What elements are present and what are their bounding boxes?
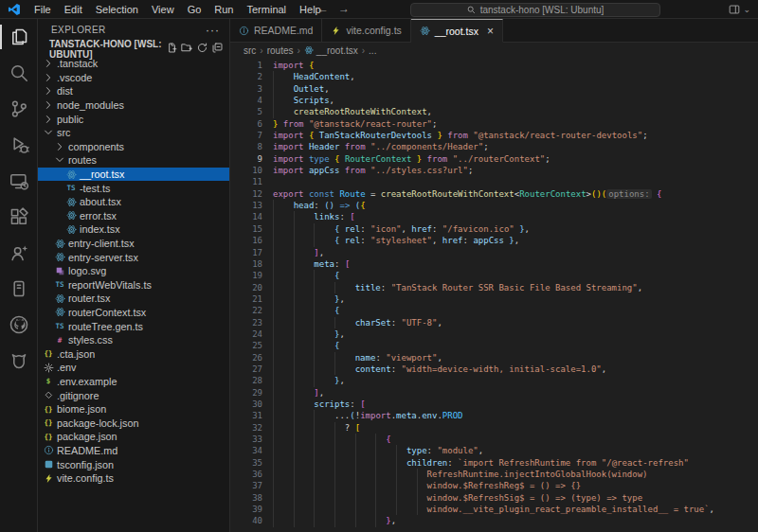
activity-search-icon[interactable] (0, 55, 38, 91)
tab-__root.tsx[interactable]: __root.tsx× (411, 19, 503, 43)
activity-gitlens-icon[interactable] (0, 343, 38, 379)
breadcrumb-item-routes[interactable]: routes (267, 45, 294, 56)
menu-selection[interactable]: Selection (89, 0, 145, 19)
code-line-11[interactable]: 11 (230, 176, 758, 187)
breadcrumb-item-src[interactable]: src (244, 45, 256, 56)
code-line-18[interactable]: 18meta: [ (230, 258, 758, 270)
code-line-6[interactable]: 6} from "@tanstack/react-router"; (230, 118, 758, 130)
new-file-button[interactable] (166, 42, 178, 56)
tree-item-biome.json[interactable]: {}biome.json (38, 402, 229, 417)
tree-item-routerContext.tsx[interactable]: routerContext.tsx (38, 306, 229, 320)
code-line-40[interactable]: 40}, (230, 515, 758, 526)
tab-README.md[interactable]: README.md (230, 19, 322, 42)
code-line-14[interactable]: 14links: [ (230, 211, 758, 222)
menu-go[interactable]: Go (181, 0, 208, 19)
code-line-12[interactable]: 12export const Route = createRootRouteWi… (230, 188, 758, 200)
code-line-34[interactable]: 34type: "module", (230, 445, 758, 456)
activity-source-control-icon[interactable] (0, 91, 38, 127)
tree-item-README.md[interactable]: README.md (38, 444, 229, 458)
activity-github-icon[interactable] (0, 307, 38, 343)
layout-chevron-icon[interactable]: ⌄ (743, 5, 750, 14)
tree-item-dist[interactable]: dist (38, 84, 229, 98)
command-center-search[interactable]: tanstack-hono [WSL: Ubuntu] (410, 3, 660, 17)
tree-item-public[interactable]: public (38, 112, 229, 126)
history-back-button[interactable]: ← (317, 0, 329, 19)
close-tab-icon[interactable]: × (487, 26, 494, 37)
code-line-28[interactable]: 28}, (230, 375, 758, 386)
code-line-31[interactable]: 31...(!import.meta.env.PROD (230, 410, 758, 421)
tree-item-logo.svg[interactable]: logo.svg (38, 264, 229, 278)
tree-item-.vscode[interactable]: .vscode (38, 71, 229, 85)
code-line-1[interactable]: 1import { (230, 60, 758, 71)
code-line-37[interactable]: 37window.$RefreshReg$ = () => {} (230, 480, 758, 491)
code-line-2[interactable]: 2HeadContent, (230, 71, 758, 82)
code-line-21[interactable]: 21}, (230, 293, 758, 305)
code-line-20[interactable]: 20title: "TanStack Router SSR Basic File… (230, 282, 758, 293)
tree-item-package-lock.json[interactable]: {}package-lock.json (38, 416, 229, 430)
code-line-22[interactable]: 22{ (230, 305, 758, 316)
menu-view[interactable]: View (145, 0, 181, 19)
code-line-16[interactable]: 16{ rel: "stylesheet", href: appCss }, (230, 235, 758, 246)
new-folder-button[interactable] (181, 42, 193, 56)
code-line-4[interactable]: 4Scripts, (230, 95, 758, 106)
layout-panel-icon[interactable] (728, 3, 741, 16)
tab-vite.config.ts[interactable]: vite.config.ts (322, 19, 410, 42)
activity-explorer-icon[interactable] (0, 19, 38, 55)
tree-item--test.ts[interactable]: TS-test.ts (38, 181, 229, 195)
tree-item-error.tsx[interactable]: error.tsx (38, 209, 229, 223)
code-line-29[interactable]: 29], (230, 387, 758, 399)
menu-file[interactable]: File (27, 0, 58, 19)
code-line-13[interactable]: 13head: () => ({ (230, 200, 758, 211)
tree-item-.env[interactable]: .env (38, 361, 229, 375)
tree-item-routeTree.gen.ts[interactable]: TSrouteTree.gen.ts (38, 319, 229, 333)
tree-item-vite.config.ts[interactable]: vite.config.ts (38, 471, 229, 486)
menu-run[interactable]: Run (208, 0, 240, 19)
tree-item-entry-client.tsx[interactable]: entry-client.tsx (38, 237, 229, 251)
explorer-more-actions-button[interactable]: ··· (206, 24, 220, 37)
tree-item-src[interactable]: src (38, 126, 229, 140)
tree-item-tsconfig.json[interactable]: tsconfig.json (38, 457, 229, 471)
code-line-7[interactable]: 7import { TanStackRouterDevtools } from … (230, 130, 758, 141)
collapse-all-button[interactable] (211, 42, 224, 56)
tree-item-styles.css[interactable]: #styles.css (38, 333, 229, 347)
tree-item-.env.example[interactable]: $.env.example (38, 375, 229, 389)
code-line-19[interactable]: 19{ (230, 270, 758, 281)
tree-item-reportWebVitals.ts[interactable]: TSreportWebVitals.ts (38, 278, 229, 293)
tree-item-routes[interactable]: routes (38, 153, 229, 168)
code-editor[interactable]: 1import {2HeadContent,3Outlet,4Scripts,5… (230, 58, 758, 532)
activity-extension-sparkle-icon[interactable] (0, 235, 38, 271)
code-line-5[interactable]: 5createRootRouteWithContext, (230, 106, 758, 117)
code-line-27[interactable]: 27content: "width=device-width, initial-… (230, 364, 758, 375)
tree-item-entry-server.tsx[interactable]: entry-server.tsx (38, 250, 229, 264)
code-line-10[interactable]: 10import appCss from "../styles.css?url"… (230, 165, 758, 176)
code-line-25[interactable]: 25{ (230, 340, 758, 351)
tree-item-package.json[interactable]: {}package.json (38, 430, 229, 444)
code-line-35[interactable]: 35children: `import RefreshRuntime from … (230, 457, 758, 469)
code-line-33[interactable]: 33{ (230, 434, 758, 445)
code-line-3[interactable]: 3Outlet, (230, 83, 758, 95)
code-line-17[interactable]: 17], (230, 247, 758, 258)
breadcrumb-item-...[interactable]: ... (369, 45, 376, 56)
tree-item-about.tsx[interactable]: about.tsx (38, 195, 229, 209)
code-line-9[interactable]: 9import type { RouterContext } from "../… (230, 153, 758, 165)
code-line-30[interactable]: 30scripts: [ (230, 399, 758, 410)
tree-item-.cta.json[interactable]: {}.cta.json (38, 346, 229, 361)
activity-run-and-debug-icon[interactable] (0, 127, 38, 163)
refresh-button[interactable] (196, 42, 208, 56)
tree-item-components[interactable]: components (38, 140, 229, 154)
tree-item-__root.tsx[interactable]: __root.tsx (38, 168, 229, 182)
activity-extension-panel-icon[interactable] (0, 271, 38, 307)
tree-item-.gitignore[interactable]: .gitignore (38, 388, 229, 402)
tree-item-node_modules[interactable]: node_modules (38, 98, 229, 113)
breadcrumb-item-__root.tsx[interactable]: __root.tsx (304, 45, 358, 56)
code-line-36[interactable]: 36RefreshRuntime.injectIntoGlobalHook(wi… (230, 469, 758, 480)
code-line-15[interactable]: 15{ rel: "icon", href: "/favicon.ico" }, (230, 223, 758, 235)
activity-remote-explorer-icon[interactable] (0, 163, 38, 199)
tree-item-router.tsx[interactable]: router.tsx (38, 292, 229, 306)
code-line-39[interactable]: 39window.__vite_plugin_react_preamble_in… (230, 504, 758, 515)
tree-item-index.tsx[interactable]: index.tsx (38, 222, 229, 237)
code-line-32[interactable]: 32? [ (230, 422, 758, 434)
code-line-38[interactable]: 38window.$RefreshSig$ = () => (type) => … (230, 492, 758, 504)
menu-edit[interactable]: Edit (58, 0, 89, 19)
code-line-26[interactable]: 26name: "viewport", (230, 352, 758, 364)
